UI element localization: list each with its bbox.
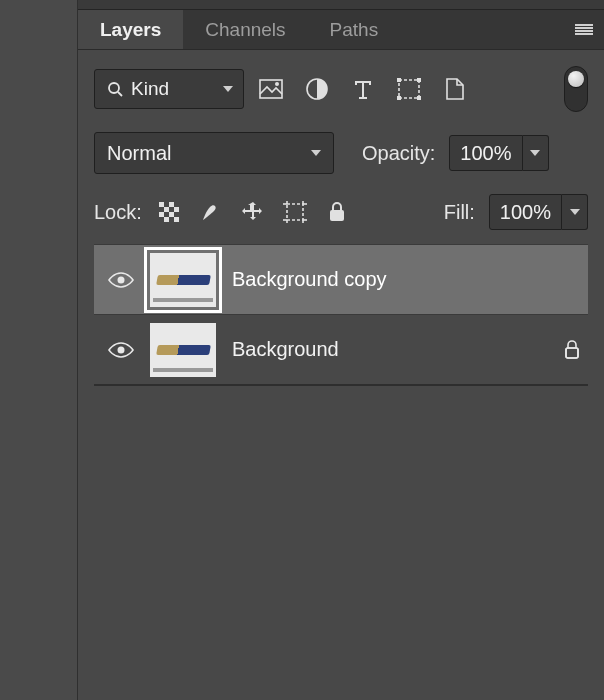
tab-paths[interactable]: Paths bbox=[308, 10, 401, 49]
lock-pixels-icon[interactable] bbox=[198, 199, 224, 225]
opacity-dropdown-button[interactable] bbox=[523, 135, 549, 171]
filter-kind-label: Kind bbox=[131, 78, 169, 100]
chevron-down-icon bbox=[311, 150, 321, 156]
tab-channels[interactable]: Channels bbox=[183, 10, 307, 49]
filter-toggle[interactable] bbox=[564, 66, 588, 112]
toggle-knob-icon bbox=[568, 71, 584, 87]
layer-list-end-divider bbox=[94, 384, 588, 386]
panel-top-divider bbox=[78, 0, 604, 10]
type-layer-filter-icon[interactable] bbox=[350, 76, 376, 102]
chevron-down-icon bbox=[530, 150, 540, 156]
svg-point-0 bbox=[109, 83, 119, 93]
lock-transparency-icon[interactable] bbox=[156, 199, 182, 225]
lock-all-icon[interactable] bbox=[324, 199, 350, 225]
layer-name-label[interactable]: Background bbox=[232, 338, 339, 361]
svg-rect-28 bbox=[330, 210, 344, 221]
left-rail bbox=[0, 0, 78, 700]
svg-point-3 bbox=[275, 82, 279, 86]
layer-name-label[interactable]: Background copy bbox=[232, 268, 387, 291]
layers-panel: Layers Channels Paths Kind bbox=[78, 0, 604, 700]
lock-fill-row: Lock: Fill: 100% bbox=[94, 194, 588, 230]
svg-rect-31 bbox=[566, 348, 578, 358]
filter-kind-select[interactable]: Kind bbox=[94, 69, 244, 109]
tab-label: Layers bbox=[100, 19, 161, 41]
svg-rect-13 bbox=[164, 207, 169, 212]
panel-menu-button[interactable] bbox=[564, 10, 604, 49]
chevron-down-icon bbox=[223, 86, 233, 92]
layer-row[interactable]: Background bbox=[94, 314, 588, 384]
smart-object-filter-icon[interactable] bbox=[442, 76, 468, 102]
visibility-toggle[interactable] bbox=[102, 341, 140, 359]
filter-type-icons bbox=[258, 76, 468, 102]
fill-dropdown-button[interactable] bbox=[562, 194, 588, 230]
layer-thumbnail[interactable] bbox=[150, 323, 216, 377]
svg-rect-17 bbox=[164, 217, 169, 222]
blend-mode-label: Normal bbox=[107, 142, 171, 165]
svg-point-29 bbox=[118, 276, 125, 283]
opacity-value-input[interactable]: 100% bbox=[449, 135, 522, 171]
svg-rect-18 bbox=[174, 217, 179, 222]
svg-rect-12 bbox=[169, 202, 174, 207]
layer-thumbnail[interactable] bbox=[150, 253, 216, 307]
svg-rect-8 bbox=[397, 96, 401, 100]
svg-line-1 bbox=[118, 92, 122, 96]
opacity-label[interactable]: Opacity: bbox=[362, 142, 435, 165]
lock-position-icon[interactable] bbox=[240, 199, 266, 225]
svg-rect-16 bbox=[169, 212, 174, 217]
blend-mode-select[interactable]: Normal bbox=[94, 132, 334, 174]
layer-list: Background copy Background bbox=[94, 244, 588, 386]
svg-rect-2 bbox=[260, 80, 282, 98]
tab-label: Channels bbox=[205, 19, 285, 41]
shape-layer-filter-icon[interactable] bbox=[396, 76, 422, 102]
lock-buttons bbox=[156, 199, 350, 225]
panel-tabs: Layers Channels Paths bbox=[78, 10, 604, 50]
svg-rect-6 bbox=[397, 78, 401, 82]
adjustment-layer-filter-icon[interactable] bbox=[304, 76, 330, 102]
tab-label: Paths bbox=[330, 19, 379, 41]
svg-rect-19 bbox=[287, 204, 303, 220]
fill-label[interactable]: Fill: bbox=[444, 201, 475, 224]
pixel-layer-filter-icon[interactable] bbox=[258, 76, 284, 102]
svg-rect-15 bbox=[159, 212, 164, 217]
filter-row: Kind bbox=[94, 66, 588, 112]
svg-rect-7 bbox=[417, 78, 421, 82]
eye-icon bbox=[108, 341, 134, 359]
svg-rect-14 bbox=[174, 207, 179, 212]
lock-label: Lock: bbox=[94, 201, 142, 224]
svg-point-30 bbox=[118, 346, 125, 353]
chevron-down-icon bbox=[570, 209, 580, 215]
eye-icon bbox=[108, 271, 134, 289]
fill-value-input[interactable]: 100% bbox=[489, 194, 562, 230]
svg-rect-5 bbox=[399, 80, 419, 98]
blend-opacity-row: Normal Opacity: 100% bbox=[94, 132, 588, 174]
search-icon bbox=[107, 81, 123, 97]
tab-layers[interactable]: Layers bbox=[78, 10, 183, 49]
layer-row[interactable]: Background copy bbox=[94, 244, 588, 314]
svg-rect-11 bbox=[159, 202, 164, 207]
locked-indicator-icon bbox=[564, 340, 580, 360]
lock-artboard-icon[interactable] bbox=[282, 199, 308, 225]
svg-rect-9 bbox=[417, 96, 421, 100]
hamburger-icon bbox=[575, 24, 593, 36]
panel-body: Kind bbox=[78, 50, 604, 700]
visibility-toggle[interactable] bbox=[102, 271, 140, 289]
